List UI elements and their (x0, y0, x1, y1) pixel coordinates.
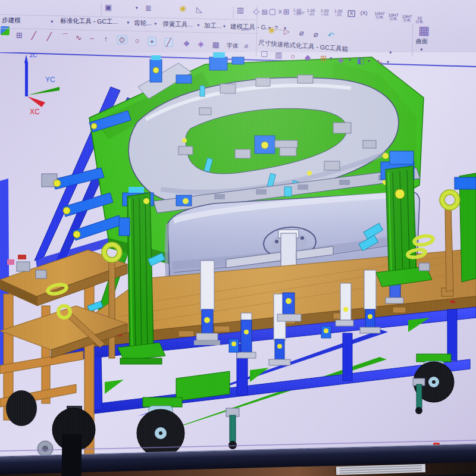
tab-caret-icon[interactable]: ▾ (223, 24, 226, 29)
curve-icon[interactable]: ⌒ (61, 33, 69, 40)
block-separator (412, 24, 413, 57)
line2-icon[interactable]: ╱ (47, 33, 52, 40)
caret-icon[interactable]: ▾ (368, 58, 370, 64)
tab-spring-tools[interactable]: 弹簧工具... (162, 20, 193, 29)
image-icon[interactable]: ▥ (237, 6, 245, 14)
tol-1-button[interactable]: 1.00+.05 (293, 8, 302, 16)
tab-caret-icon[interactable]: ▾ (154, 21, 156, 26)
surface-icon[interactable]: ▦ (418, 24, 430, 36)
window-icon[interactable]: ▢ (269, 7, 277, 15)
tab-caret-icon[interactable]: ▾ (51, 19, 53, 24)
image2-icon[interactable]: ▥ (275, 51, 283, 59)
region-icon[interactable]: ◆ (183, 39, 189, 46)
tol-3-button[interactable]: 1.00+.03 (321, 8, 329, 17)
tab-caret-icon[interactable]: ▾ (197, 23, 199, 28)
solid2-icon[interactable]: ◆ (305, 54, 311, 61)
gem2-icon[interactable]: ◈ (338, 56, 344, 64)
row-separator (0, 14, 255, 20)
group-caret-icon[interactable]: ▾ (389, 50, 392, 55)
brush-icon[interactable]: ◺ (196, 5, 202, 13)
solid-icon[interactable]: ◈ (198, 40, 203, 48)
circle-center-icon[interactable]: ⊙ (117, 35, 127, 44)
tab-standard-tools[interactable]: 标准化工具 - GC工... (60, 17, 118, 26)
grid-button-icon[interactable]: ⊞ (320, 54, 327, 62)
surface-caret-icon[interactable]: ▾ (420, 47, 422, 52)
fit-4-button[interactable]: 10分布 (415, 16, 423, 24)
fit-3-button[interactable]: 10H7分布 (402, 14, 412, 23)
spline-icon[interactable]: ∿ (76, 34, 82, 42)
tab-more[interactable]: ?... (274, 24, 283, 32)
circle-icon[interactable]: ○ (134, 37, 139, 45)
cad-3d-viewport[interactable]: ZC YC XC (0, 51, 476, 457)
diameter-icon[interactable]: ⌀ (244, 43, 248, 49)
x-plain-button[interactable]: X (278, 10, 282, 15)
diameter2-icon[interactable]: ⌀ (314, 30, 318, 38)
dimension-icon[interactable]: ⊞ (283, 8, 290, 15)
tol-2-button[interactable]: 1.00-.03 (307, 8, 315, 17)
diameter1-icon[interactable]: ⌀ (299, 29, 304, 37)
ribbon-toolbar: ▣ ▾ ≣ ◉ ◺ ▥ ◇ ▢ ⊞ 10H7 ▤ X 1.00+.05 1.00… (0, 0, 476, 52)
cross-icon[interactable]: + (148, 37, 156, 46)
toolbar-separator (233, 6, 233, 18)
fit-2-button[interactable]: 10H7分布 (388, 13, 398, 21)
circle2-icon[interactable]: ○ (290, 52, 295, 60)
coordinate-triad: ZC YC XC (24, 52, 60, 116)
axis-y-label: YC (45, 76, 55, 84)
tab-sync-modeling[interactable]: 步建模 (2, 16, 21, 25)
wave-icon[interactable]: ~ (90, 35, 95, 42)
camera-icon[interactable]: ▣ (105, 4, 112, 11)
x-boxed-button[interactable]: X (348, 10, 355, 17)
caret-icon[interactable]: ▾ (349, 57, 351, 62)
tab-machining[interactable]: 加工... (204, 21, 222, 30)
list-icon[interactable]: ≣ (145, 4, 152, 12)
caret-icon[interactable]: ▾ (387, 60, 389, 65)
gold-rings-icon[interactable]: ◉ (268, 26, 275, 33)
foreground-dark-object (61, 434, 82, 476)
fit-1-button[interactable]: 10H7分布 (374, 11, 384, 20)
point-arrow-icon[interactable]: ↑ (104, 35, 108, 43)
photo-of-monitor: ▣ ▾ ≣ ◉ ◺ ▥ ◇ ▢ ⊞ 10H7 ▤ X 1.00+.05 1.00… (0, 0, 476, 476)
spline2-icon[interactable]: ∿ (376, 58, 383, 65)
tab-modeling-tools[interactable]: 建模工具 - G... (230, 23, 271, 32)
axis-z-label: ZC (30, 52, 37, 58)
table-icon[interactable]: ▤ (262, 8, 268, 15)
undo-arrow-icon[interactable]: ↶ (328, 32, 334, 39)
line-icon[interactable]: ╱ (32, 32, 36, 39)
font-button[interactable]: 字体 (226, 42, 238, 50)
window2-icon[interactable]: ▢ (261, 49, 268, 57)
tab-caret-icon[interactable]: ▾ (127, 20, 129, 25)
table-grid-icon[interactable]: ▦ (212, 40, 220, 48)
pointer-icon[interactable]: ▷ (284, 27, 290, 35)
axis-x-label: XC (30, 108, 40, 116)
fit-label[interactable]: 10H7 (241, 27, 249, 31)
tol-4-button[interactable]: 1.00-.05 (334, 9, 343, 17)
surface-button[interactable]: 曲面 (416, 37, 428, 46)
tab-gear[interactable]: 齿轮... (134, 19, 152, 28)
sketch-line-icon[interactable]: ╱ (164, 38, 173, 47)
x-paren-button[interactable]: (X) (361, 11, 368, 16)
pattern-icon[interactable]: ⊞ (16, 32, 23, 39)
cad-application-window: ▣ ▾ ≣ ◉ ◺ ▥ ◇ ▢ ⊞ 10H7 ▤ X 1.00+.05 1.00… (0, 0, 476, 457)
toolbar-separator (101, 4, 102, 15)
halfbox-icon[interactable]: ◧ (357, 57, 365, 65)
right-group-title: 尺寸快速格式化工具 - GC工具箱 (258, 39, 349, 54)
ribbon-rows: ▣ ▾ ≣ ◉ ◺ ▥ ◇ ▢ ⊞ 10H7 ▤ X 1.00+.05 1.00… (0, 0, 476, 62)
dropdown-caret-icon[interactable]: ▾ (136, 5, 138, 11)
ring-part-icon[interactable]: ◉ (180, 4, 187, 12)
caret-icon[interactable]: ▾ (330, 56, 332, 61)
